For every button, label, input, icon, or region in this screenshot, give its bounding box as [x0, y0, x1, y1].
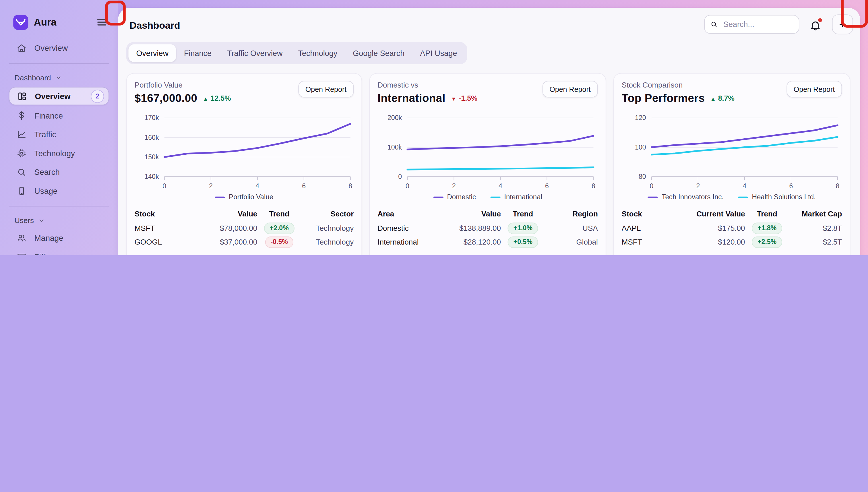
legend-swatch: [738, 196, 748, 198]
mini-table-row[interactable]: AAPL$175.00+1.8%$2.8T: [622, 221, 842, 235]
svg-text:8: 8: [592, 182, 595, 190]
svg-text:6: 6: [302, 182, 306, 190]
svg-text:100: 100: [635, 144, 646, 151]
mini-table-row[interactable]: Domestic$138,889.00+1.0%USA: [377, 221, 598, 235]
page-title: Dashboard: [129, 20, 180, 31]
section-label: Dashboard: [14, 73, 51, 82]
chart-legend: Tech Innovators Inc.Health Solutions Ltd…: [622, 193, 842, 201]
mini-table-row[interactable]: MSFT$120.00+2.5%$2.5T: [622, 236, 842, 249]
legend-item: International: [490, 193, 542, 201]
card-trend: ▲8.7%: [711, 94, 735, 102]
mini-table-row[interactable]: MSFT$78,000.00+2.0%Technology: [134, 221, 354, 235]
credit-card-icon: [17, 252, 27, 255]
sidebar-item-search[interactable]: Search: [0, 163, 118, 182]
legend-swatch: [215, 196, 225, 198]
trend-pill: +0.5%: [508, 236, 538, 248]
tab-traffic-overview[interactable]: Traffic Overview: [219, 44, 291, 62]
card-trend: ▲12.5%: [203, 94, 231, 102]
mini-table-row[interactable]: International$28,120.00+0.5%Global: [377, 236, 598, 249]
sidebar: Aura Overview DashboardOverview2FinanceT…: [0, 0, 118, 255]
stat-card: Portfolio Value$167,000.00▲12.5%Open Rep…: [126, 73, 362, 255]
sidebar-item-label: Finance: [34, 112, 63, 120]
open-report-button[interactable]: Open Report: [298, 81, 354, 98]
svg-text:120: 120: [635, 114, 646, 121]
line-chart: 8010012002468: [622, 109, 842, 191]
trend-arrow-icon: ▲: [203, 96, 208, 102]
cpu-icon: [17, 148, 27, 158]
svg-text:4: 4: [499, 182, 502, 190]
sidebar-item-usage[interactable]: Usage: [0, 182, 118, 201]
svg-text:0: 0: [405, 182, 409, 190]
open-report-button[interactable]: Open Report: [542, 81, 598, 98]
legend-swatch: [490, 196, 500, 198]
legend-swatch: [433, 196, 443, 198]
svg-text:6: 6: [545, 182, 549, 190]
chart-area: 0100k200k02468: [377, 109, 598, 193]
sidebar-item-label: Billing: [34, 252, 56, 255]
chart-area: 140k150k160k170k02468: [134, 109, 354, 193]
sidebar-item-traffic[interactable]: Traffic: [0, 125, 118, 144]
search-input[interactable]: [722, 19, 793, 29]
sidebar-item-label: Traffic: [34, 130, 56, 139]
svg-text:100k: 100k: [388, 144, 402, 151]
legend-item: Tech Innovators Inc.: [648, 193, 724, 201]
tab-bar: OverviewFinanceTraffic OverviewTechnolog…: [126, 42, 467, 64]
line-chart: 0100k200k02468: [377, 109, 598, 191]
users-icon: [17, 233, 27, 243]
svg-text:150k: 150k: [144, 153, 159, 161]
divider: [9, 206, 109, 206]
mini-table: StockCurrent ValueTrendMarket CapAAPL$17…: [622, 206, 842, 249]
svg-text:0: 0: [398, 173, 402, 180]
brand-name: Aura: [34, 16, 96, 28]
mini-table-header: StockCurrent ValueTrendMarket Cap: [622, 206, 842, 221]
mini-table-header: AreaValueTrendRegion: [377, 206, 598, 221]
tab-finance[interactable]: Finance: [176, 44, 219, 62]
tab-overview[interactable]: Overview: [128, 44, 176, 62]
sidebar-item-label: Technology: [34, 149, 75, 158]
sidebar-item-finance[interactable]: Finance: [0, 106, 118, 125]
sidebar-item-label: Overview: [35, 92, 70, 100]
aura-logo-icon: [13, 15, 28, 29]
sidebar-item-label: Usage: [34, 187, 58, 195]
svg-text:8: 8: [836, 182, 839, 190]
card-value: International: [377, 92, 445, 104]
brand: Aura: [0, 13, 118, 31]
sidebar-item-manage[interactable]: Manage: [0, 228, 118, 247]
sidebar-item-label: Manage: [34, 233, 64, 243]
legend-item: Domestic: [433, 193, 476, 201]
stat-card: Domestic vsInternational▼-1.5%Open Repor…: [369, 73, 606, 255]
card-value: $167,000.00: [134, 92, 197, 104]
chart-line-icon: [17, 129, 27, 140]
sidebar-item-technology[interactable]: Technology: [0, 144, 118, 163]
card-trend: ▼-1.5%: [451, 94, 477, 102]
chart-area: 8010012002468: [622, 109, 842, 193]
open-report-button[interactable]: Open Report: [787, 81, 842, 98]
sidebar-item-overview[interactable]: Overview2: [9, 87, 109, 105]
tab-api-usage[interactable]: API Usage: [412, 44, 465, 62]
dollar-icon: [17, 111, 27, 121]
chart-legend: DomesticInternational: [377, 193, 598, 201]
line-chart: 140k150k160k170k02468: [134, 109, 355, 191]
svg-text:8: 8: [348, 182, 352, 190]
sidebar-item-billing[interactable]: Billing: [0, 247, 118, 255]
section-label: Users: [14, 216, 34, 224]
mini-table-row[interactable]: GOOGL$37,000.00-0.5%Technology: [134, 236, 354, 249]
app-root: Aura Overview DashboardOverview2FinanceT…: [0, 0, 868, 255]
mini-table-header: StockValueTrendSector: [134, 206, 354, 221]
stat-card: Stock ComparisonTop Performers▲8.7%Open …: [613, 73, 850, 255]
svg-text:200k: 200k: [388, 114, 402, 121]
divider: [9, 63, 109, 64]
legend-item: Portfolio Value: [215, 193, 273, 201]
trend-pill: +1.8%: [752, 222, 782, 234]
svg-text:4: 4: [255, 182, 259, 190]
phone-icon: [17, 186, 27, 196]
chart-legend: Portfolio Value: [134, 193, 354, 201]
global-search[interactable]: [704, 15, 799, 34]
home-icon: [17, 43, 27, 53]
section-toggle-users[interactable]: Users: [0, 212, 118, 229]
section-toggle-dashboard[interactable]: Dashboard: [0, 69, 118, 86]
search-icon: [710, 20, 718, 29]
tab-google-search[interactable]: Google Search: [345, 44, 412, 62]
sidebar-item-overview[interactable]: Overview: [0, 39, 118, 58]
tab-technology[interactable]: Technology: [291, 44, 345, 62]
